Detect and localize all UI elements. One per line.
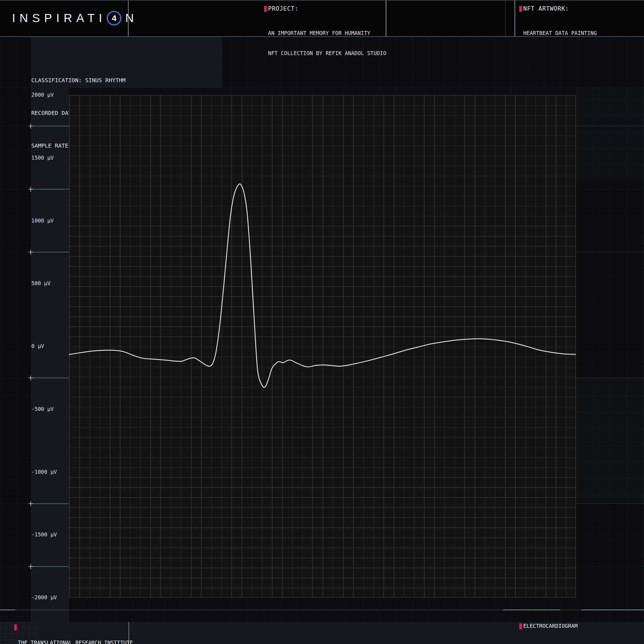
bottom-scanline-segment <box>0 610 15 610</box>
axis-tick-line <box>31 252 69 252</box>
red-tick-icon <box>519 623 522 629</box>
margin-tick-line <box>0 378 31 378</box>
bottom-bar-divider <box>129 622 129 644</box>
margin-tick-line <box>0 189 31 189</box>
nft-artwork-name: HEARTBEAT DATA PAINTING <box>523 30 597 36</box>
crosshair-icon <box>30 376 31 380</box>
y-axis-label: 1000 μV <box>31 217 54 224</box>
trish-credit: THE TRANSLATIONAL RESEARCH INSTITUTE FOR… <box>18 623 133 644</box>
bottom-bar: THE TRANSLATIONAL RESEARCH INSTITUTE FOR… <box>0 622 644 644</box>
bottom-scanline-segment <box>503 610 560 610</box>
logo-text-post: N <box>125 11 134 25</box>
y-axis-label: -2000 μV <box>31 594 57 600</box>
y-axis-label: 0 μV <box>31 343 44 349</box>
margin-tick-line <box>576 378 644 378</box>
y-axis-label: 2000 μV <box>31 92 54 98</box>
margin-tick-line <box>0 566 31 567</box>
crosshair-icon <box>30 501 31 506</box>
logo-circle-4: 4 <box>107 11 121 25</box>
y-axis-label: -500 μV <box>31 406 54 412</box>
ecg-chart-svg <box>69 95 576 597</box>
top-bar-divider <box>386 0 386 36</box>
background-wash <box>576 87 644 180</box>
top-bar-divider <box>128 0 129 36</box>
crosshair-icon <box>30 124 31 129</box>
axis-tick-line <box>31 189 69 190</box>
nft-artwork-section: NFT ARTWORK: HEARTBEAT DATA PAINTING <box>519 0 597 36</box>
ecg-waveform-trace <box>69 184 576 387</box>
crosshair-icon <box>30 250 31 255</box>
red-tick-icon <box>14 624 17 630</box>
margin-tick-line <box>576 566 644 567</box>
margin-tick-line <box>576 189 644 189</box>
inspiration4-logo: INSPIRATI 4 N <box>12 0 134 36</box>
y-axis-label: -1500 μV <box>31 531 57 538</box>
project-section: PROJECT: AN IMPORTANT MEMORY FOR HUMANIT… <box>264 0 386 36</box>
top-bar: INSPIRATI 4 N PROJECT: AN IMPORTANT MEMO… <box>0 0 644 37</box>
top-bar-divider <box>505 0 506 36</box>
margin-tick-line <box>576 126 644 126</box>
top-bar-divider <box>515 0 515 36</box>
y-axis-label: 1500 μV <box>31 155 54 161</box>
axis-tick-line <box>31 503 69 504</box>
axis-tick-line <box>31 566 69 567</box>
heartbeat-data-painting-page: CLASSIFICATION: SINUS RHYTHM RECORDED DA… <box>0 0 644 644</box>
margin-tick-line <box>0 126 31 126</box>
project-line-1: AN IMPORTANT MEMORY FOR HUMANITY <box>268 30 386 36</box>
axis-tick-line <box>31 126 69 126</box>
crosshair-icon <box>30 564 31 569</box>
background-wash <box>576 378 644 503</box>
project-label: PROJECT: <box>268 5 299 12</box>
red-tick-icon <box>264 6 267 12</box>
logo-text-pre: INSPIRATI <box>12 11 106 25</box>
margin-tick-line <box>0 503 31 504</box>
y-axis-label: -1000 μV <box>31 469 57 475</box>
bottom-scanline-segment <box>581 610 644 610</box>
electrocardiogram-label: ELECTROCARDIOGRAM <box>523 622 577 630</box>
y-axis-label: 500 μV <box>31 280 51 286</box>
red-tick-icon <box>519 6 522 12</box>
ecg-plot-area <box>69 95 576 598</box>
nft-artwork-label: NFT ARTWORK: <box>523 5 569 12</box>
axis-tick-line <box>31 378 69 378</box>
margin-tick-line <box>576 503 644 504</box>
project-line-2: NFT COLLECTION BY REFIK ANADOL STUDIO <box>268 50 386 56</box>
classification-text: CLASSIFICATION: SINUS RHYTHM <box>31 75 166 86</box>
trish-credit-line-1: THE TRANSLATIONAL RESEARCH INSTITUTE <box>18 639 133 644</box>
crosshair-icon <box>30 187 31 192</box>
page-top-border <box>0 0 644 1</box>
